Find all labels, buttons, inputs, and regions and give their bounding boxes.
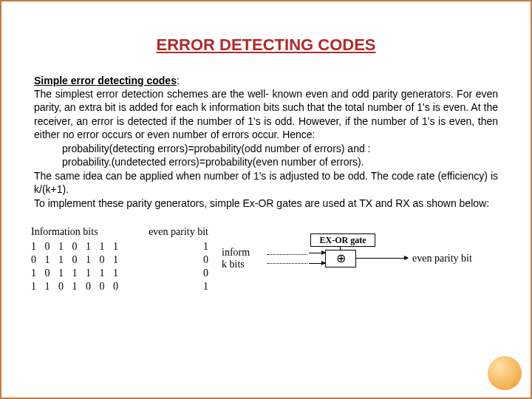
arrow-icon [309,263,325,264]
info-bits: 0 1 1 0 1 0 1 [31,254,121,266]
paragraph-3: To implement these parity generators, si… [34,197,498,210]
decorative-circle-icon [488,356,522,390]
probability-line-1: probability(detecting errors)=probabilit… [34,142,498,155]
parity-diagram: Information bits even parity bit 1 0 1 0… [31,226,501,307]
info-bits: 1 0 1 1 1 1 1 [31,267,121,279]
xor-symbol-box: ⊕ [325,250,356,267]
parity-bit: 1 [203,281,208,293]
content-block: Simple error detecting codes: The simple… [34,74,498,210]
paragraph-1: The simplest error detection schemes are… [34,87,498,142]
arrow-icon [356,258,408,259]
exor-gate-box: EX-OR gate [310,233,375,247]
section-subhead: Simple error detecting codes [34,75,177,86]
parity-bit: 0 [203,254,208,266]
table-head-parity: even parity bit [149,226,208,238]
parity-table: Information bits even parity bit 1 0 1 0… [31,226,216,294]
table-row: 1 0 1 1 1 1 1 0 [31,267,208,279]
info-bits: 1 0 1 0 1 1 1 [31,241,121,253]
paragraph-2: The same idea can be applied when number… [34,169,498,197]
xor-circuit: inform k bits EX-OR gate ⊕ even parity b… [222,226,501,307]
table-head-info: Information bits [31,226,98,238]
parity-bit: 0 [203,267,208,279]
parity-bit: 1 [203,241,208,253]
probability-line-2: probability.(undetected errors)=probabil… [34,155,498,168]
subhead-colon: : [177,75,180,86]
table-row: 1 0 1 0 1 1 1 1 [31,241,208,253]
info-bits: 1 1 0 1 0 0 0 [31,281,121,293]
table-row: 1 1 0 1 0 0 0 1 [31,281,208,293]
table-row: 0 1 1 0 1 0 1 0 [31,254,208,266]
page-title: ERROR DETECTING CODES [31,35,501,55]
output-label: even parity bit [412,253,472,265]
arrow-icon [309,253,325,253]
input-label: inform k bits [222,247,250,270]
